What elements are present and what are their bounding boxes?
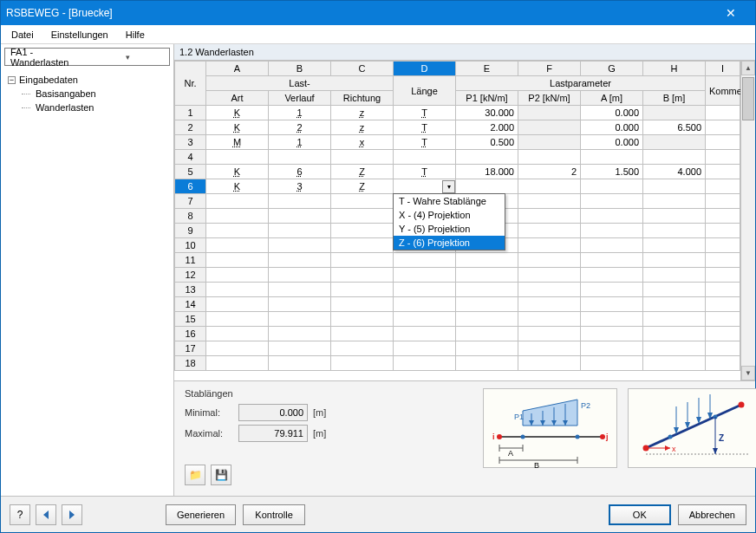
cell-d[interactable] [394,253,456,268]
row-number[interactable]: 15 [175,312,206,327]
col-header-p2[interactable]: P2 [kN/m] [518,91,581,106]
import-button[interactable]: 📁 [185,465,205,485]
cell-h[interactable] [643,356,706,371]
table-row[interactable]: 5K6ZT18.00021.5004.000 [175,165,740,179]
table-row[interactable]: 13 [175,283,740,297]
row-number[interactable]: 6 [175,179,206,194]
table-row[interactable]: 4 [175,150,740,165]
cell-b[interactable] [269,224,331,238]
row-number[interactable]: 17 [175,341,206,356]
cell-g[interactable]: 1.500 [581,165,643,179]
cell-d[interactable]: ▾T - Wahre StablängeX - (4) ProjektionY … [394,179,456,194]
cell-f[interactable]: 2 [518,165,581,179]
cell-b[interactable] [269,297,331,312]
row-number[interactable]: 16 [175,327,206,341]
cell-e[interactable] [456,150,518,165]
table-row[interactable]: 14 [175,297,740,312]
cell-g[interactable]: 0.000 [581,106,643,120]
cell-e[interactable] [456,268,518,283]
table-row[interactable]: 16 [175,327,740,341]
cell-a[interactable] [206,194,269,209]
cell-e[interactable] [456,356,518,371]
cell-h[interactable]: 4.000 [643,165,706,179]
col-header-art[interactable]: Art [206,91,269,106]
cell-b[interactable] [269,238,331,253]
row-number[interactable]: 9 [175,224,206,238]
cell-a[interactable]: K [206,165,269,179]
cell-c[interactable]: Z [331,165,394,179]
cell-a[interactable]: M [206,135,269,150]
cell-e[interactable] [456,283,518,297]
cell-f[interactable] [518,106,581,120]
cell-f[interactable] [518,253,581,268]
scroll-thumb[interactable] [742,77,754,120]
cell-f[interactable] [518,283,581,297]
cell-g[interactable] [581,327,643,341]
col-header-richtung[interactable]: Richtung [331,91,394,106]
table-row[interactable]: 1K1zT30.0000.000 [175,106,740,120]
col-letter-e[interactable]: E [456,62,518,76]
help-button[interactable]: ? [10,504,30,525]
cell-b[interactable] [269,356,331,371]
cell-e[interactable]: 18.000 [456,165,518,179]
cell-a[interactable] [206,238,269,253]
cell-c[interactable] [331,194,394,209]
cell-i[interactable] [706,224,740,238]
length-dropdown-list[interactable]: T - Wahre StablängeX - (4) ProjektionY -… [393,193,505,250]
cell-i[interactable] [706,341,740,356]
cell-c[interactable] [331,297,394,312]
cell-i[interactable] [706,312,740,327]
col-letter-c[interactable]: C [331,62,394,76]
cell-i[interactable] [706,120,740,135]
cell-h[interactable] [643,253,706,268]
cell-f[interactable] [518,327,581,341]
row-number[interactable]: 18 [175,356,206,371]
row-number[interactable]: 7 [175,194,206,209]
cell-b[interactable] [269,283,331,297]
row-number[interactable]: 8 [175,209,206,224]
cell-e[interactable]: 0.500 [456,135,518,150]
cell-g[interactable]: 0.000 [581,120,643,135]
cell-i[interactable] [706,356,740,371]
cell-b[interactable] [269,150,331,165]
cell-dropdown-button[interactable]: ▾ [442,180,455,193]
row-number[interactable]: 11 [175,253,206,268]
cell-i[interactable] [706,297,740,312]
cell-d[interactable] [394,356,456,371]
cell-e[interactable]: 2.000 [456,120,518,135]
cell-f[interactable] [518,341,581,356]
menu-settings[interactable]: Einstellungen [44,28,115,42]
col-header-b[interactable]: B [m] [643,91,706,106]
cell-e[interactable] [456,253,518,268]
cell-h[interactable] [643,150,706,165]
cell-c[interactable] [331,150,394,165]
ok-button[interactable]: OK [609,504,671,525]
cell-c[interactable]: z [331,120,394,135]
cell-c[interactable] [331,209,394,224]
col-letter-b[interactable]: B [269,62,331,76]
cell-h[interactable] [643,194,706,209]
row-number[interactable]: 14 [175,297,206,312]
row-number[interactable]: 13 [175,283,206,297]
row-number[interactable]: 2 [175,120,206,135]
cell-c[interactable]: Z [331,179,394,194]
cell-g[interactable]: 0.000 [581,135,643,150]
cell-i[interactable] [706,150,740,165]
table-row[interactable]: 12 [175,268,740,283]
tree-item-basisangaben[interactable]: Basisangaben [6,87,168,101]
cell-b[interactable]: 3 [269,179,331,194]
cell-h[interactable] [643,106,706,120]
col-letter-g[interactable]: G [581,62,643,76]
col-header-nr[interactable]: Nr. [175,62,206,106]
cell-f[interactable] [518,179,581,194]
cell-c[interactable]: z [331,106,394,120]
cell-b[interactable]: 1 [269,106,331,120]
col-letter-h[interactable]: H [643,62,706,76]
cell-d[interactable]: T [394,165,456,179]
cell-d[interactable] [394,312,456,327]
cell-a[interactable] [206,150,269,165]
cell-g[interactable] [581,253,643,268]
cell-i[interactable] [706,165,740,179]
grid-scrollbar[interactable]: ▲ ▼ [740,61,755,380]
cell-h[interactable] [643,268,706,283]
